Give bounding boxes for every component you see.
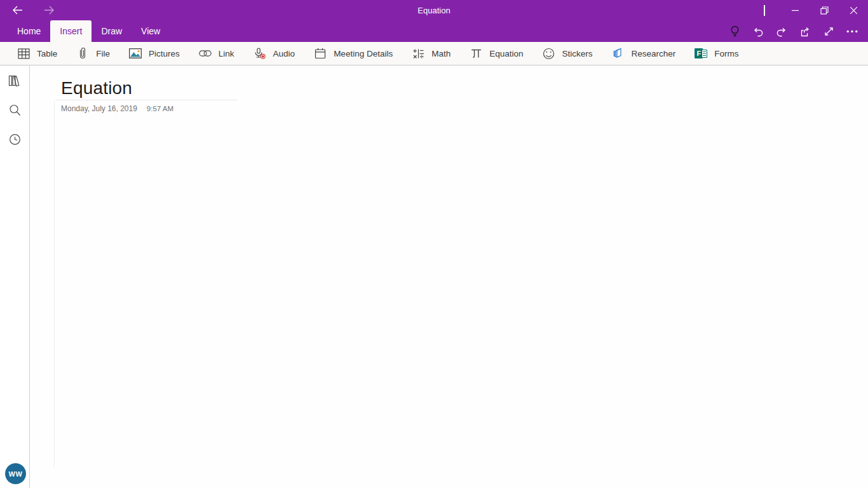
audio-button[interactable]: Audio — [254, 47, 295, 60]
redo-button[interactable] — [776, 20, 787, 42]
minimize-button[interactable] — [780, 0, 810, 20]
page-title-underline — [56, 100, 237, 100]
search-icon — [9, 104, 21, 116]
account-avatar[interactable]: WW — [5, 463, 26, 484]
researcher-label: Researcher — [632, 49, 676, 58]
close-icon — [850, 7, 857, 14]
page-time: 9:57 AM — [147, 105, 173, 112]
file-label: File — [96, 49, 110, 58]
audio-icon — [254, 47, 266, 60]
tab-home[interactable]: Home — [8, 20, 50, 42]
tab-insert[interactable]: Insert — [50, 20, 92, 42]
page-title[interactable]: Equation — [61, 78, 132, 98]
forward-button[interactable] — [38, 0, 60, 20]
forms-icon: F — [695, 47, 707, 60]
restore-icon — [820, 6, 829, 15]
tell-me-button[interactable] — [729, 20, 740, 42]
back-arrow-icon — [12, 6, 23, 15]
stickers-label: Stickers — [562, 49, 592, 58]
file-button[interactable]: File — [76, 47, 110, 60]
titlebar-divider — [764, 5, 765, 16]
link-icon — [199, 47, 212, 60]
share-button[interactable] — [799, 20, 811, 42]
link-button[interactable]: Link — [199, 47, 234, 60]
page-date-row: Monday, July 16, 2019 9:57 AM — [61, 104, 173, 113]
pictures-label: Pictures — [149, 49, 180, 58]
window-title: Equation — [417, 0, 450, 20]
equation-pi-icon — [470, 47, 482, 60]
tab-view[interactable]: View — [132, 20, 170, 42]
more-options-button[interactable] — [846, 20, 858, 42]
pictures-icon — [129, 47, 142, 60]
equation-button[interactable]: Equation — [470, 47, 523, 60]
audio-label: Audio — [273, 49, 295, 58]
equation-label: Equation — [489, 49, 523, 58]
table-icon — [17, 47, 30, 60]
meeting-details-label: Meeting Details — [334, 49, 393, 58]
researcher-button[interactable]: Researcher — [612, 47, 676, 60]
page-canvas[interactable]: Equation Monday, July 16, 2019 9:57 AM — [30, 65, 868, 488]
minimize-icon — [792, 7, 799, 14]
undo-button[interactable] — [752, 20, 764, 42]
insert-ribbon-toolbar: Table File Pictures — [0, 42, 868, 65]
stickers-smiley-icon — [542, 47, 555, 60]
titlebar: Equation — [0, 0, 868, 20]
restore-button[interactable] — [810, 0, 839, 20]
page-date: Monday, July 16, 2019 — [61, 104, 137, 113]
onenote-window: Equation — [0, 0, 868, 488]
stickers-button[interactable]: Stickers — [542, 47, 592, 60]
notebooks-button[interactable] — [7, 74, 22, 88]
tab-draw[interactable]: Draw — [92, 20, 132, 42]
notebooks-icon — [8, 75, 21, 86]
forms-label: Forms — [714, 49, 738, 58]
math-button[interactable]: Math — [412, 47, 451, 60]
page-left-rule — [54, 101, 55, 468]
forms-button[interactable]: F Forms — [695, 47, 738, 60]
math-label: Math — [431, 49, 451, 58]
recent-notes-button[interactable] — [7, 132, 22, 146]
back-button[interactable] — [6, 0, 28, 20]
lightbulb-icon — [729, 25, 740, 37]
table-button[interactable]: Table — [17, 47, 57, 60]
fullscreen-diagonal-arrow-icon — [824, 26, 834, 37]
redo-icon — [776, 26, 787, 37]
table-label: Table — [37, 49, 57, 58]
navigation-sidebar: WW — [0, 65, 30, 488]
share-icon — [799, 26, 811, 37]
link-label: Link — [219, 49, 234, 58]
meeting-details-icon — [314, 47, 327, 60]
clock-icon — [9, 133, 21, 146]
forward-arrow-icon — [44, 6, 55, 15]
undo-icon — [752, 26, 764, 37]
math-icon — [412, 47, 424, 60]
pictures-button[interactable]: Pictures — [129, 47, 180, 60]
close-button[interactable] — [839, 0, 868, 20]
fullscreen-button[interactable] — [823, 20, 834, 42]
meeting-details-button[interactable]: Meeting Details — [314, 47, 393, 60]
researcher-books-icon — [612, 47, 625, 60]
ribbon-tab-row: Home Insert Draw View — [0, 20, 868, 42]
ellipsis-icon — [846, 30, 858, 33]
paperclip-icon — [76, 47, 89, 60]
search-button[interactable] — [7, 103, 22, 117]
